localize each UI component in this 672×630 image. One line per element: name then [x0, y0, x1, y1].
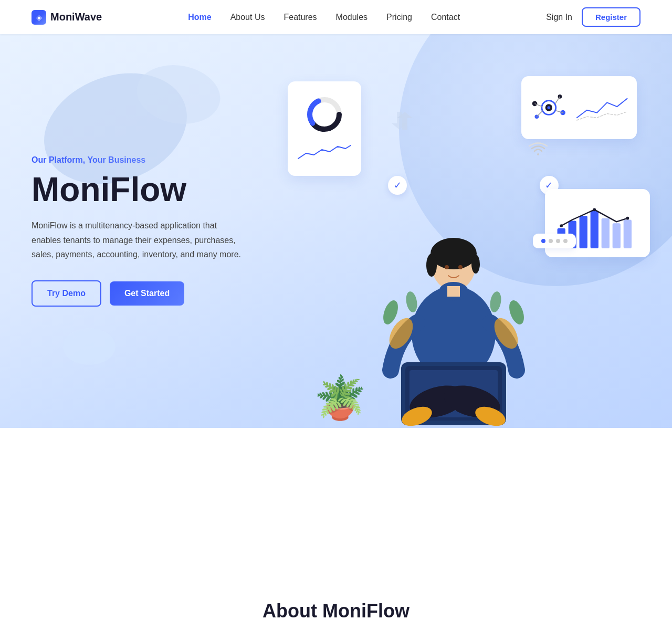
nav-link-features[interactable]: Features — [284, 13, 317, 22]
svg-rect-38 — [426, 390, 433, 411]
register-button[interactable]: Register — [582, 7, 640, 27]
svg-point-52 — [405, 291, 419, 313]
svg-rect-36 — [410, 370, 498, 417]
hero-title: MoniFlow — [32, 171, 242, 208]
svg-point-3 — [310, 100, 339, 129]
svg-rect-33 — [447, 286, 460, 297]
svg-point-43 — [440, 380, 504, 424]
nav-item-about[interactable]: About Us — [230, 13, 265, 22]
logo[interactable]: MoniWave — [32, 10, 102, 25]
svg-point-44 — [399, 403, 434, 428]
svg-point-42 — [406, 380, 470, 424]
svg-point-46 — [445, 265, 449, 269]
nav-links: Home About Us Features Modules Pricing C… — [188, 13, 460, 22]
nav-item-modules[interactable]: Modules — [336, 13, 368, 22]
svg-point-48 — [384, 314, 417, 352]
svg-rect-40 — [445, 386, 452, 411]
svg-rect-34 — [401, 362, 506, 425]
svg-point-51 — [507, 298, 527, 326]
hero-tagline: Our Platform, Your Business — [32, 155, 242, 165]
svg-point-27 — [412, 286, 496, 381]
svg-point-2 — [310, 100, 339, 129]
svg-point-30 — [426, 254, 437, 277]
svg-rect-39 — [436, 394, 442, 411]
svg-point-49 — [489, 314, 522, 352]
svg-point-45 — [472, 403, 508, 428]
logo-text: MoniWave — [50, 11, 102, 23]
about-section-title: About MoniFlow — [262, 600, 410, 622]
nav-link-about[interactable]: About Us — [230, 13, 265, 22]
svg-point-50 — [381, 298, 401, 326]
mini-line-chart — [296, 140, 353, 161]
bg-circle — [399, 34, 672, 286]
nav-item-pricing[interactable]: Pricing — [386, 13, 412, 22]
logo-icon — [32, 10, 46, 25]
svg-rect-35 — [405, 366, 502, 421]
get-started-button[interactable]: Get Started — [110, 281, 184, 306]
svg-point-53 — [489, 291, 503, 313]
hero-buttons: Try Demo Get Started — [32, 280, 242, 307]
nav-link-modules[interactable]: Modules — [336, 13, 368, 22]
hero-description: MoniFlow is a multitenancy-based applica… — [32, 218, 242, 261]
svg-point-4 — [310, 100, 339, 129]
check-badge-1: ✓ — [388, 176, 407, 195]
hero-section: Our Platform, Your Business MoniFlow Mon… — [0, 34, 672, 428]
donut-chart-svg — [306, 96, 343, 133]
svg-point-32 — [439, 282, 468, 301]
nav-link-contact[interactable]: Contact — [431, 13, 460, 22]
signin-button[interactable]: Sign In — [546, 13, 572, 22]
nav-item-contact[interactable]: Contact — [431, 13, 460, 22]
svg-point-47 — [458, 265, 463, 269]
plant-decoration: 🪴 — [314, 373, 366, 423]
below-section: About MoniFlow — [0, 428, 672, 630]
navbar: MoniWave Home About Us Features Modules … — [0, 0, 672, 34]
nav-item-features[interactable]: Features — [284, 13, 317, 22]
svg-point-5 — [316, 106, 333, 123]
nav-link-home[interactable]: Home — [188, 13, 211, 22]
try-demo-button[interactable]: Try Demo — [32, 280, 101, 307]
nav-item-home[interactable]: Home — [188, 13, 211, 22]
nav-link-pricing[interactable]: Pricing — [386, 13, 412, 22]
donut-chart-card — [288, 81, 361, 176]
nav-actions: Sign In Register — [546, 7, 640, 27]
hero-content: Our Platform, Your Business MoniFlow Mon… — [0, 113, 273, 349]
svg-rect-37 — [417, 396, 423, 411]
svg-rect-41 — [455, 392, 461, 411]
